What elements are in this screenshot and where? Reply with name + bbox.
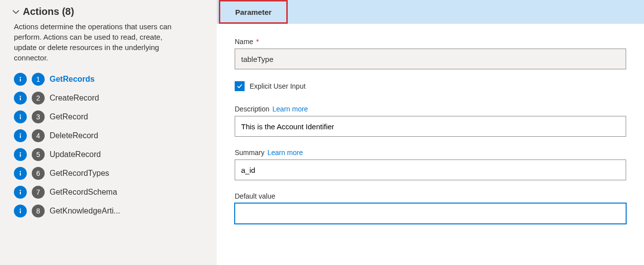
- action-label: GetKnowledgeArti...: [50, 207, 120, 215]
- action-label: CreateRecord: [50, 94, 99, 103]
- actions-title: Actions (8): [23, 6, 74, 17]
- checkmark-icon: [236, 83, 243, 90]
- explicit-user-input-label: Explicit User Input: [250, 82, 306, 90]
- explicit-user-input-checkbox[interactable]: [235, 81, 245, 91]
- form-area: Name * Explicit User Input Description L…: [217, 24, 644, 265]
- svg-point-10: [20, 171, 21, 172]
- default-value-label: Default value: [235, 192, 626, 200]
- actions-list: 1GetRecords2CreateRecord3GetRecord4Delet…: [12, 70, 205, 220]
- actions-header[interactable]: Actions (8): [12, 6, 205, 17]
- action-item-createrecord[interactable]: 2CreateRecord: [12, 89, 205, 107]
- description-row: Description Learn more: [235, 105, 626, 137]
- action-item-getrecordschema[interactable]: 7GetRecordSchema: [12, 183, 205, 202]
- info-icon[interactable]: [14, 92, 27, 105]
- svg-rect-11: [20, 173, 21, 175]
- svg-rect-9: [20, 154, 21, 157]
- svg-rect-5: [20, 116, 21, 119]
- name-row: Name *: [235, 38, 626, 69]
- svg-point-14: [20, 209, 21, 210]
- svg-point-2: [20, 96, 21, 97]
- action-label: GetRecordTypes: [50, 169, 109, 178]
- description-input[interactable]: [235, 116, 626, 137]
- info-icon[interactable]: [14, 205, 27, 217]
- action-item-getrecordtypes[interactable]: 6GetRecordTypes: [12, 164, 205, 183]
- tab-bar: Parameter: [217, 0, 644, 24]
- info-icon[interactable]: [14, 73, 27, 86]
- action-label: GetRecordSchema: [50, 188, 117, 197]
- action-number-badge: 2: [32, 92, 45, 105]
- default-value-row: Default value: [235, 192, 626, 224]
- svg-point-6: [20, 133, 21, 135]
- action-number-badge: 1: [32, 73, 45, 86]
- name-label: Name *: [235, 38, 626, 46]
- chevron-down-icon: [12, 8, 20, 16]
- action-number-badge: 3: [32, 110, 45, 123]
- info-icon[interactable]: [14, 186, 27, 199]
- action-label: GetRecords: [50, 75, 95, 84]
- default-value-input[interactable]: [235, 203, 626, 224]
- action-number-badge: 8: [32, 205, 45, 217]
- description-learn-more-link[interactable]: Learn more: [272, 105, 308, 113]
- summary-input[interactable]: [235, 159, 626, 180]
- sidebar: Actions (8) Actions determine the operat…: [0, 0, 217, 265]
- svg-rect-3: [20, 98, 21, 100]
- svg-rect-1: [20, 79, 21, 81]
- svg-point-0: [20, 77, 21, 78]
- summary-row: Summary Learn more: [235, 149, 626, 180]
- summary-label: Summary Learn more: [235, 149, 626, 157]
- svg-rect-15: [20, 211, 21, 213]
- svg-point-8: [20, 152, 21, 154]
- action-label: UpdateRecord: [50, 150, 101, 159]
- info-icon[interactable]: [14, 167, 27, 180]
- action-item-updaterecord[interactable]: 5UpdateRecord: [12, 145, 205, 164]
- svg-point-12: [20, 190, 21, 191]
- required-mark: *: [256, 38, 258, 46]
- action-number-badge: 7: [32, 186, 45, 199]
- action-item-getrecords[interactable]: 1GetRecords: [12, 70, 205, 89]
- action-item-getrecord[interactable]: 3GetRecord: [12, 107, 205, 126]
- summary-learn-more-link[interactable]: Learn more: [267, 149, 303, 157]
- tab-parameter[interactable]: Parameter: [219, 0, 288, 24]
- action-number-badge: 6: [32, 167, 45, 180]
- svg-rect-7: [20, 135, 21, 138]
- action-label: DeleteRecord: [50, 131, 98, 140]
- info-icon[interactable]: [14, 148, 27, 161]
- action-number-badge: 5: [32, 148, 45, 161]
- action-number-badge: 4: [32, 129, 45, 142]
- action-item-deleterecord[interactable]: 4DeleteRecord: [12, 126, 205, 145]
- explicit-user-input-row: Explicit User Input: [235, 81, 626, 91]
- info-icon[interactable]: [14, 129, 27, 142]
- description-label: Description Learn more: [235, 105, 626, 113]
- action-label: GetRecord: [50, 112, 88, 121]
- name-input[interactable]: [235, 49, 626, 69]
- main-panel: Parameter Name * Explicit User Input Des…: [217, 0, 644, 265]
- info-icon[interactable]: [14, 110, 27, 123]
- svg-point-4: [20, 114, 21, 116]
- svg-rect-13: [20, 192, 21, 194]
- actions-description: Actions determine the operations that us…: [12, 21, 205, 63]
- action-item-getknowledgearti[interactable]: 8GetKnowledgeArti...: [12, 202, 205, 220]
